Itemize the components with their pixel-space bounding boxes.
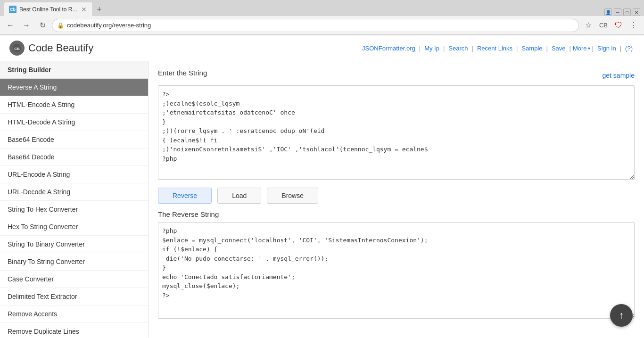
window-profile-btn[interactable]: 👤 [604, 8, 612, 16]
load-button[interactable]: Load [217, 188, 261, 204]
input-textarea[interactable]: ?> ;)ecalne$(esolc_lqsym ;'etnemairotcaf… [158, 85, 635, 180]
sidebar-item-string-to-binary[interactable]: String To Binary Converter [0, 236, 148, 253]
toolbar-icons: ☆ CB 🛡 ⋮ [582, 19, 640, 32]
lock-icon: 🔒 [57, 22, 64, 29]
nav-help[interactable]: (?) [623, 45, 635, 52]
bookmark-btn[interactable]: ☆ [582, 19, 595, 32]
sidebar-item-hex-to-string[interactable]: Hex To String Converter [0, 218, 148, 236]
window-maximize-btn[interactable]: □ [623, 8, 631, 16]
browse-button[interactable]: Browse [267, 188, 318, 204]
sidebar-item-remove-duplicate[interactable]: Remove Duplicate Lines [0, 323, 148, 338]
svg-text:CB: CB [14, 47, 20, 51]
browser-toolbar: ← → ↻ 🔒 codebeautify.org/reverse-string … [0, 16, 644, 35]
menu-btn[interactable]: ⋮ [627, 19, 640, 32]
address-bar[interactable]: 🔒 codebeautify.org/reverse-string [52, 19, 579, 32]
tab-bar: Cb Best Online Tool to R... ✕ + 👤 ─ □ ✕ [0, 0, 644, 16]
input-label: Enter the String [158, 69, 207, 77]
sidebar-item-html-decode[interactable]: HTML-Decode A String [0, 114, 148, 131]
input-section-header: Enter the String get sample [158, 69, 635, 82]
logo-icon: CB [9, 41, 25, 56]
reverse-button[interactable]: Reverse [158, 188, 212, 204]
sidebar-item-reverse-a-string[interactable]: Reverse A String [0, 79, 148, 96]
tab-favicon: Cb [9, 6, 17, 13]
sidebar-item-string-to-hex[interactable]: String To Hex Converter [0, 201, 148, 218]
sidebar-item-html-encode[interactable]: HTML-Encode A String [0, 96, 148, 114]
tab-title: Best Online Tool to R... [19, 6, 77, 13]
page-header: CB Code Beautify JSONFormatter.org | My … [0, 35, 644, 61]
ublock-btn[interactable]: 🛡 [612, 19, 625, 32]
nav-save[interactable]: Save [550, 45, 568, 52]
sidebar-item-url-encode[interactable]: URL-Encode A String [0, 166, 148, 183]
sidebar-item-remove-accents[interactable]: Remove Accents [0, 305, 148, 323]
new-tab-button[interactable]: + [93, 3, 106, 16]
output-label: The Reverse String [158, 210, 635, 218]
nav-more-dropdown[interactable]: More [573, 45, 590, 52]
window-close-btn[interactable]: ✕ [633, 8, 640, 16]
logo-text: Code Beautify [28, 42, 93, 54]
scroll-up-button[interactable]: ↑ [610, 304, 633, 327]
browser-chrome: Cb Best Online Tool to R... ✕ + 👤 ─ □ ✕ … [0, 0, 644, 35]
nav-myip[interactable]: My Ip [422, 45, 441, 52]
nav-jsonformatter[interactable]: JSONFormatter.org [360, 45, 417, 52]
logo-area[interactable]: CB Code Beautify [9, 41, 93, 56]
sidebar-item-url-decode[interactable]: URL-Decode A String [0, 183, 148, 201]
get-sample-link[interactable]: get sample [603, 72, 635, 79]
sidebar-section-header: String Builder [0, 61, 148, 79]
sidebar-item-binary-to-string[interactable]: Binary To String Converter [0, 253, 148, 271]
forward-button[interactable]: → [20, 19, 33, 32]
address-text: codebeautify.org/reverse-string [67, 22, 574, 29]
button-row: Reverse Load Browse [158, 188, 635, 204]
nav-search[interactable]: Search [446, 45, 470, 52]
content-area: Enter the String get sample ?> ;)ecalne$… [149, 61, 644, 338]
top-nav: JSONFormatter.org | My Ip | Search | Rec… [360, 45, 635, 52]
sidebar-item-base64-decode[interactable]: Base64 Decode [0, 148, 148, 166]
extension-btn1[interactable]: CB [597, 19, 610, 32]
sidebar-item-delimited-text[interactable]: Delimited Text Extractor [0, 288, 148, 305]
browser-tab[interactable]: Cb Best Online Tool to R... ✕ [4, 2, 93, 16]
sidebar-item-case-converter[interactable]: Case Converter [0, 271, 148, 288]
refresh-button[interactable]: ↻ [36, 19, 49, 32]
nav-recentlinks[interactable]: Recent Links [475, 45, 514, 52]
tab-close-btn[interactable]: ✕ [80, 6, 88, 13]
nav-signin[interactable]: Sign in [595, 45, 618, 52]
sidebar: String Builder Reverse A String HTML-Enc… [0, 61, 149, 338]
window-minimize-btn[interactable]: ─ [614, 8, 621, 16]
sidebar-item-base64-encode[interactable]: Base64 Encode [0, 131, 148, 148]
output-textarea[interactable]: ?php $enlace = mysql_connect('localhost'… [158, 222, 635, 319]
back-button[interactable]: ← [4, 19, 17, 32]
nav-sample[interactable]: Sample [520, 45, 544, 52]
main-layout: String Builder Reverse A String HTML-Enc… [0, 61, 644, 338]
